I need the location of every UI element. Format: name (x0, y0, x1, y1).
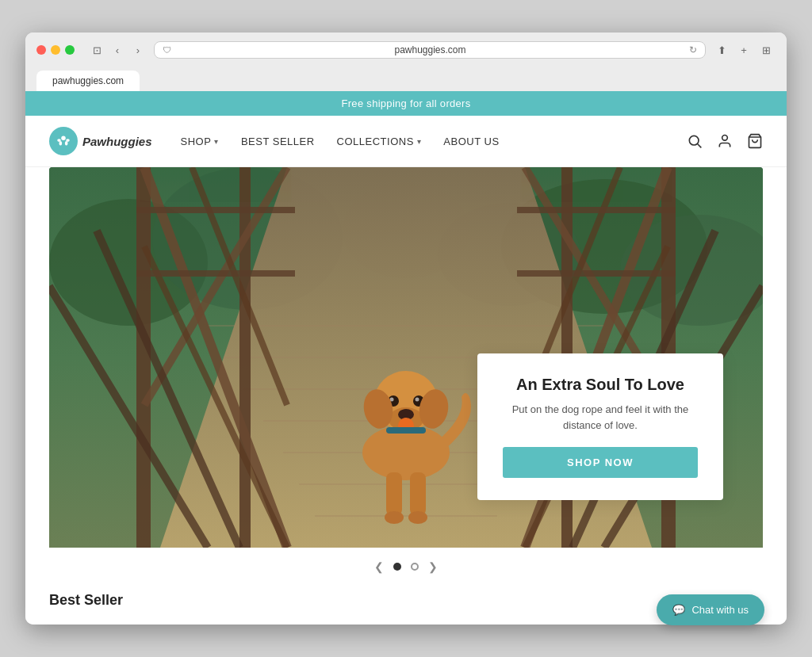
url-bar[interactable]: 🛡 pawhuggies.com ↻ (154, 41, 706, 59)
svg-point-7 (722, 136, 728, 141)
announcement-bar: Free shipping for all orders (25, 91, 787, 116)
svg-rect-57 (410, 472, 426, 516)
active-tab[interactable]: pawhuggies.com (36, 71, 140, 91)
nav-links: SHOP ▾ BEST SELLER COLLECTIONS ▾ ABOUT U… (181, 136, 687, 147)
back-button[interactable]: ‹ (108, 40, 127, 59)
share-button[interactable]: ⬆ (712, 40, 731, 59)
slider-dot-2[interactable] (411, 563, 419, 571)
refresh-icon[interactable]: ↻ (689, 44, 697, 55)
announcement-text: Free shipping for all orders (341, 97, 470, 109)
cart-icon (747, 133, 763, 149)
shop-now-button[interactable]: SHOP NOW (503, 447, 698, 478)
chat-label: Chat with us (691, 604, 749, 616)
new-tab-button[interactable]: + (734, 40, 753, 59)
minimize-button[interactable] (51, 45, 60, 55)
svg-rect-41 (136, 270, 295, 277)
browser-nav-buttons: ⊡ ‹ › (87, 40, 147, 59)
grid-button[interactable]: ⊞ (756, 40, 776, 59)
svg-point-51 (416, 398, 419, 402)
nav-about-us[interactable]: ABOUT US (443, 136, 499, 147)
maximize-button[interactable] (65, 45, 75, 55)
svg-point-3 (59, 141, 63, 146)
navbar: Pawhuggies SHOP ▾ BEST SELLER COLLECTION… (25, 116, 787, 167)
browser-chrome: ⊡ ‹ › 🛡 pawhuggies.com ↻ ⬆ + ⊞ pawhuggie… (25, 32, 787, 91)
nav-best-seller[interactable]: BEST SELLER (241, 136, 315, 147)
hero-card-title: An Extra Soul To Love (503, 376, 698, 394)
svg-rect-24 (136, 167, 151, 548)
logo-text: Pawhuggies (82, 135, 152, 148)
logo-link[interactable]: Pawhuggies (49, 127, 152, 155)
svg-rect-42 (517, 207, 676, 213)
hero-section: An Extra Soul To Love Put on the dog rop… (49, 167, 763, 579)
slider-controls: ❮ ❯ (49, 548, 763, 579)
best-seller-title: Best Seller (49, 592, 763, 609)
chat-widget[interactable]: 💬 Chat with us (657, 594, 764, 625)
svg-point-59 (408, 511, 427, 524)
account-button[interactable] (717, 133, 733, 149)
slider-next-button[interactable]: ❯ (428, 560, 438, 573)
svg-point-58 (385, 511, 404, 524)
svg-rect-56 (386, 472, 402, 516)
slider-prev-button[interactable]: ❮ (374, 560, 384, 573)
account-icon (717, 133, 733, 149)
nav-icons (687, 133, 763, 149)
search-icon (687, 133, 703, 149)
nav-collections[interactable]: COLLECTIONS ▾ (337, 136, 422, 147)
page-content: Free shipping for all orders Pawhuggies (25, 91, 787, 625)
traffic-lights (36, 45, 75, 55)
logo-icon (49, 127, 78, 155)
svg-point-4 (65, 141, 68, 146)
collections-dropdown-arrow: ▾ (417, 137, 422, 146)
browser-tabs: pawhuggies.com (36, 71, 776, 91)
browser-window: ⊡ ‹ › 🛡 pawhuggies.com ↻ ⬆ + ⊞ pawhuggie… (25, 32, 787, 625)
svg-point-0 (61, 136, 66, 141)
hero-card: An Extra Soul To Love Put on the dog rop… (477, 353, 723, 500)
nav-shop[interactable]: SHOP ▾ (181, 136, 219, 147)
svg-point-5 (689, 136, 699, 145)
svg-rect-40 (136, 207, 295, 213)
url-text: pawhuggies.com (176, 44, 684, 55)
close-button[interactable] (36, 45, 46, 55)
shield-icon: 🛡 (163, 45, 171, 55)
svg-line-6 (698, 144, 702, 148)
shop-dropdown-arrow: ▾ (214, 137, 219, 146)
svg-rect-43 (517, 270, 676, 277)
cart-button[interactable] (747, 133, 763, 149)
hero-card-subtitle: Put on the dog rope and feel it with the… (503, 402, 698, 433)
hero-image: An Extra Soul To Love Put on the dog rop… (49, 167, 763, 548)
browser-toolbar-right: ⬆ + ⊞ (712, 40, 776, 59)
search-button[interactable] (687, 133, 703, 149)
slider-dot-1[interactable] (393, 563, 401, 571)
chat-icon: 💬 (672, 604, 685, 616)
sidebar-toggle-button[interactable]: ⊡ (87, 40, 106, 59)
forward-button[interactable]: › (128, 40, 147, 59)
browser-titlebar: ⊡ ‹ › 🛡 pawhuggies.com ↻ ⬆ + ⊞ (36, 40, 776, 59)
svg-rect-55 (386, 427, 426, 434)
